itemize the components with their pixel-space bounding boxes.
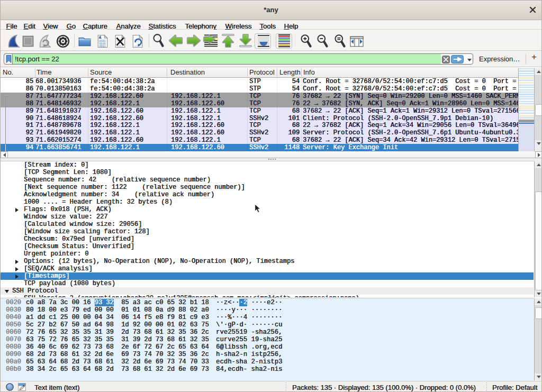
svg-text:0011: 0011 (134, 45, 140, 49)
svg-text:0011: 0011 (99, 45, 105, 48)
svg-text:0011: 0011 (116, 45, 123, 48)
